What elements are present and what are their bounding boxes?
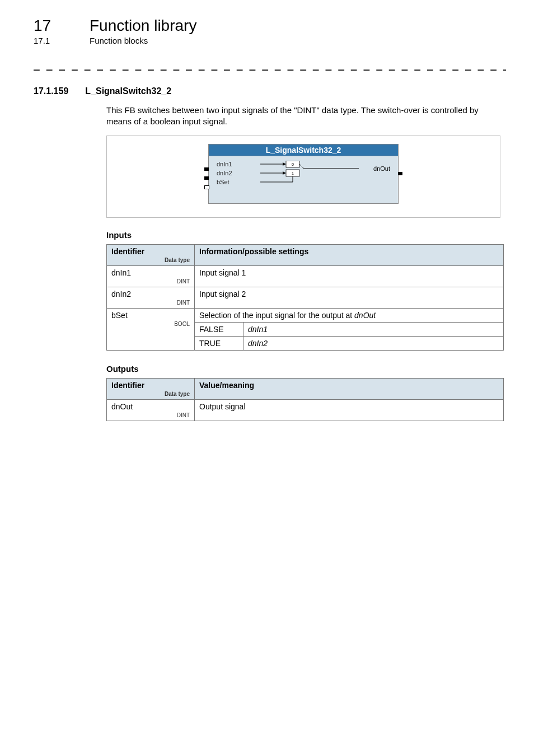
- section-name: L_SignalSwitch32_2: [85, 86, 171, 96]
- port-stub-out: [398, 172, 402, 175]
- chapter-number: 17: [34, 17, 67, 35]
- svg-marker-3: [283, 171, 286, 175]
- table-row: dnIn1 DINT Input signal 1: [107, 265, 504, 287]
- subsection-title: Function blocks: [90, 36, 148, 45]
- section-number: 17.1.159: [34, 86, 68, 96]
- th-datatype-label: Data type: [111, 391, 190, 397]
- port-stub-in1: [204, 167, 209, 171]
- switch-icon: 0 1: [260, 161, 361, 188]
- block-diagram-frame: L_SignalSwitch32_2 dnIn1 dnIn2 bSet dnOu…: [106, 136, 500, 218]
- port-label-in2: dnIn2: [217, 170, 232, 176]
- switch-label-1: 1: [292, 171, 294, 175]
- svg-marker-1: [283, 162, 286, 166]
- cell-name: dnIn2: [111, 290, 131, 298]
- cell-datatype: DINT: [111, 412, 190, 418]
- cell-datatype: DINT: [111, 300, 190, 306]
- chapter-title: Function library: [90, 17, 196, 35]
- port-stub-set: [204, 185, 209, 189]
- cell-desc: Selection of the input signal for the ou…: [195, 308, 504, 322]
- intro-paragraph: This FB switches between two input signa…: [106, 105, 500, 128]
- cell-desc: Input signal 2: [195, 287, 504, 308]
- th-value: Value/meaning: [195, 378, 504, 399]
- block-title-bar: L_SignalSwitch32_2: [208, 144, 399, 156]
- block-body: dnIn1 dnIn2 bSet dnOut 0 1: [208, 156, 399, 204]
- inputs-heading: Inputs: [106, 230, 506, 240]
- separator-line: _ _ _ _ _ _ _ _ _ _ _ _ _ _ _ _ _ _ _ _ …: [34, 59, 506, 71]
- table-row: dnIn2 DINT Input signal 2: [107, 287, 504, 308]
- cell-option-meaning: dnIn1: [243, 322, 504, 336]
- port-label-in1: dnIn1: [217, 161, 232, 167]
- cell-datatype: DINT: [111, 278, 190, 284]
- cell-option-value: TRUE: [195, 336, 243, 350]
- cell-option-value: FALSE: [195, 322, 243, 336]
- subsection-number: 17.1: [34, 36, 67, 45]
- port-label-set: bSet: [217, 179, 229, 185]
- outputs-table: Identifier Data type Value/meaning dnOut…: [106, 378, 504, 421]
- table-row: bSet BOOL Selection of the input signal …: [107, 308, 504, 322]
- inputs-table: Identifier Data type Information/possibl…: [106, 244, 504, 351]
- table-row: dnOut DINT Output signal: [107, 399, 504, 421]
- port-stub-in2: [204, 176, 209, 180]
- outputs-heading: Outputs: [106, 364, 506, 374]
- cell-desc: Input signal 1: [195, 265, 504, 287]
- th-info: Information/possible settings: [195, 244, 504, 265]
- cell-option-meaning: dnIn2: [243, 336, 504, 350]
- cell-name: dnIn1: [111, 268, 131, 277]
- th-identifier: Identifier Data type: [107, 378, 195, 399]
- cell-datatype: BOOL: [111, 321, 190, 327]
- th-identifier: Identifier Data type: [107, 244, 195, 265]
- svg-line-9: [299, 164, 304, 169]
- cell-name: bSet: [111, 311, 128, 320]
- th-identifier-label: Identifier: [111, 381, 144, 390]
- port-label-out: dnOut: [373, 165, 390, 172]
- block-diagram: L_SignalSwitch32_2 dnIn1 dnIn2 bSet dnOu…: [208, 144, 399, 204]
- th-datatype-label: Data type: [111, 257, 190, 263]
- th-identifier-label: Identifier: [111, 247, 144, 256]
- switch-label-0: 0: [292, 162, 294, 166]
- cell-name: dnOut: [111, 402, 133, 411]
- cell-desc: Output signal: [195, 399, 504, 421]
